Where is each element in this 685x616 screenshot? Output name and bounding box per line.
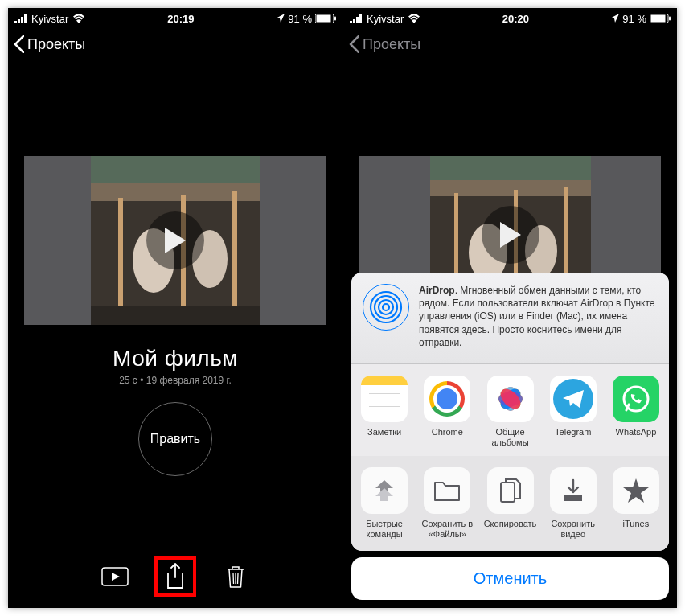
battery-percent: 91 % [622, 13, 646, 25]
svg-rect-2 [21, 17, 23, 23]
play-movie-button[interactable] [96, 558, 133, 595]
svg-rect-20 [350, 21, 352, 23]
folder-icon [424, 467, 470, 514]
photos-icon [487, 376, 534, 422]
airdrop-text: AirDrop. Мгновенный обмен данными с теми… [419, 284, 658, 349]
svg-rect-50 [564, 495, 582, 501]
project-meta: 25 с • 19 февраля 2019 г. [8, 375, 342, 386]
telegram-icon [550, 376, 597, 422]
svg-rect-1 [18, 19, 20, 23]
svg-point-37 [379, 300, 393, 314]
bottom-toolbar [8, 556, 342, 597]
share-app-chrome[interactable]: Chrome [416, 372, 478, 451]
share-app-whatsapp[interactable]: WhatsApp [605, 372, 667, 451]
airdrop-section[interactable]: AirDrop. Мгновенный обмен данными с теми… [351, 273, 669, 364]
edit-label: Править [150, 432, 200, 446]
action-shortcuts[interactable]: Быстрые команды [353, 464, 416, 543]
wifi-icon [72, 14, 85, 23]
back-chevron-icon[interactable] [11, 32, 26, 56]
project-title: Мой фильм [8, 346, 342, 372]
delete-button[interactable] [217, 558, 254, 595]
carrier-label: Kyivstar [31, 13, 68, 25]
battery-icon [315, 14, 336, 23]
copy-icon [487, 467, 534, 514]
play-icon[interactable] [146, 211, 204, 269]
share-actions-row: Быстрые команды Сохранить в «Файлы» Скоп… [351, 456, 669, 551]
shortcuts-icon [361, 467, 408, 514]
action-copy[interactable]: Скопировать [478, 464, 541, 543]
clock-label: 20:19 [167, 13, 194, 25]
nav-bar: Проекты [8, 29, 342, 60]
action-save-video[interactable]: Сохранить видео [542, 464, 605, 543]
share-app-shared-albums[interactable]: Общие альбомы [478, 372, 541, 451]
video-preview[interactable] [24, 156, 326, 325]
svg-rect-26 [669, 17, 671, 21]
svg-rect-0 [14, 21, 17, 23]
svg-line-19 [238, 573, 239, 584]
svg-rect-28 [430, 156, 591, 180]
svg-rect-5 [317, 15, 331, 23]
cancel-button[interactable]: Отменить [351, 557, 669, 600]
svg-rect-15 [91, 306, 260, 325]
status-bar: Kyivstar 20:19 91 % [8, 8, 342, 29]
svg-rect-49 [501, 483, 515, 502]
carrier-label: Kyivstar [367, 13, 404, 25]
share-button[interactable] [154, 556, 196, 597]
svg-rect-21 [353, 19, 355, 23]
airdrop-icon [363, 284, 409, 331]
nav-back-label[interactable]: Проекты [27, 36, 85, 53]
back-chevron-icon [347, 32, 361, 56]
wifi-icon [408, 14, 420, 23]
share-app-notes[interactable]: Заметки [353, 372, 416, 451]
chrome-icon [424, 376, 470, 422]
svg-rect-12 [232, 191, 237, 325]
phone-left-screen: Kyivstar 20:19 91 % Проекты [8, 8, 342, 608]
svg-rect-3 [24, 14, 27, 23]
edit-button[interactable]: Править [138, 402, 212, 476]
nav-back-label: Проекты [363, 36, 420, 53]
svg-rect-25 [651, 15, 666, 23]
play-icon [482, 206, 539, 264]
action-itunes[interactable]: iTunes [605, 464, 667, 543]
location-icon [276, 13, 285, 25]
action-save-files[interactable]: Сохранить в «Файлы» [416, 464, 478, 543]
svg-rect-22 [356, 17, 359, 23]
svg-rect-23 [359, 14, 362, 23]
notes-icon [361, 376, 408, 422]
share-sheet: AirDrop. Мгновенный обмен данными с теми… [351, 273, 669, 600]
svg-point-36 [383, 304, 389, 310]
clock-label: 20:20 [502, 13, 529, 25]
signal-icon [14, 14, 27, 23]
phone-right-screen: Kyivstar 20:20 91 % Проекты [342, 8, 677, 608]
location-icon [610, 13, 619, 25]
svg-line-17 [233, 573, 234, 584]
star-icon [613, 467, 659, 514]
download-icon [550, 467, 597, 514]
share-apps-row: Заметки Chrome Общие альбомы Te [351, 364, 669, 456]
whatsapp-icon [613, 376, 659, 422]
share-app-telegram[interactable]: Telegram [542, 372, 605, 451]
signal-icon [350, 14, 363, 23]
status-bar: Kyivstar 20:20 91 % [343, 8, 677, 29]
battery-icon [650, 14, 671, 23]
svg-rect-8 [91, 156, 260, 183]
svg-rect-6 [334, 17, 336, 21]
nav-bar: Проекты [343, 29, 677, 60]
battery-percent: 91 % [288, 13, 312, 25]
